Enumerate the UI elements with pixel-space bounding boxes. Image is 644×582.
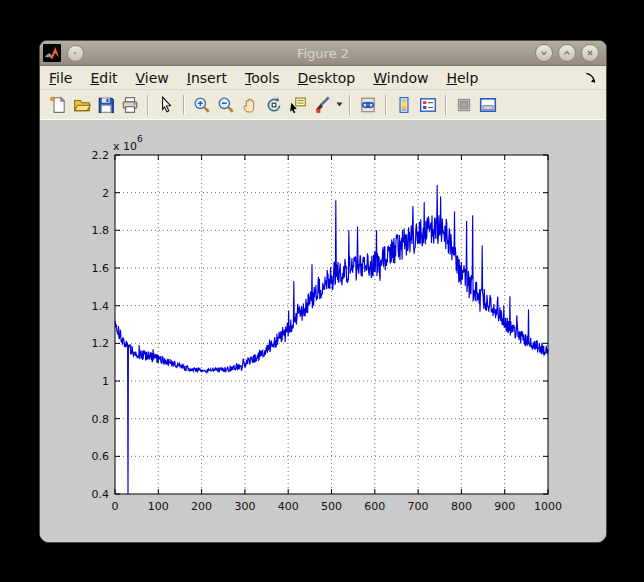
chain-link-icon — [359, 96, 377, 114]
y-tick-label: 0.8 — [92, 413, 110, 426]
toolbar-separator — [385, 95, 387, 115]
menu-file[interactable]: File — [40, 68, 81, 88]
menu-edit[interactable]: Edit — [81, 68, 126, 88]
menu-desktop[interactable]: Desktop — [289, 68, 365, 88]
chevron-down-icon — [336, 102, 343, 107]
menu-view[interactable]: View — [127, 68, 178, 88]
y-axis-exponent-value: 6 — [137, 134, 143, 144]
close-window-button[interactable] — [581, 44, 599, 62]
insert-colorbar-button[interactable] — [392, 93, 416, 117]
x-tick-label: 300 — [234, 500, 255, 513]
window-title: Figure 2 — [40, 46, 606, 61]
x-tick-label: 0 — [112, 500, 119, 513]
zoom-in-icon — [193, 96, 211, 114]
close-x-icon — [585, 48, 595, 58]
hide-plot-tools-button[interactable] — [452, 93, 476, 117]
x-tick-label: 900 — [494, 500, 515, 513]
window-menu-button[interactable] — [67, 45, 84, 62]
x-tick-label: 200 — [191, 500, 212, 513]
toolbar-separator — [445, 95, 447, 115]
window-controls — [535, 44, 599, 62]
y-tick-label: 1 — [102, 375, 109, 388]
rotate-3d-button[interactable] — [262, 93, 286, 117]
x-tick-label: 100 — [148, 500, 169, 513]
y-tick-label: 1.2 — [92, 337, 110, 350]
hide-plot-tools-icon — [455, 96, 473, 114]
new-document-icon — [49, 96, 67, 114]
dock-arrow-icon — [584, 71, 598, 85]
desktop-background: Figure 2 File Edit View — [0, 0, 644, 582]
x-tick-label: 400 — [278, 500, 299, 513]
y-tick-label: 1.8 — [92, 224, 110, 237]
zoom-out-icon — [217, 96, 235, 114]
y-tick-label: 0.4 — [92, 488, 110, 501]
toolbar-separator — [183, 95, 185, 115]
menu-bar: File Edit View Insert Tools Desktop Wind… — [40, 66, 606, 90]
brush-data-button[interactable] — [310, 93, 334, 117]
x-tick-label: 500 — [321, 500, 342, 513]
x-tick-label: 600 — [364, 500, 385, 513]
x-tick-label: 700 — [408, 500, 429, 513]
toolbar — [40, 90, 606, 120]
open-folder-icon — [73, 96, 91, 114]
data-cursor-button[interactable] — [286, 93, 310, 117]
printer-icon — [121, 96, 139, 114]
open-file-button[interactable] — [70, 93, 94, 117]
save-figure-button[interactable] — [94, 93, 118, 117]
zoom-out-button[interactable] — [214, 93, 238, 117]
y-tick-label: 1.6 — [92, 262, 110, 275]
menu-help[interactable]: Help — [437, 68, 487, 88]
cursor-arrow-icon — [157, 96, 175, 114]
edit-plot-button[interactable] — [154, 93, 178, 117]
window-titlebar[interactable]: Figure 2 — [40, 41, 606, 66]
menu-insert[interactable]: Insert — [178, 68, 236, 88]
x-tick-label: 800 — [451, 500, 472, 513]
zoom-in-button[interactable] — [190, 93, 214, 117]
maximize-window-button[interactable] — [558, 44, 576, 62]
y-tick-label: 1.4 — [92, 300, 110, 313]
plot-area[interactable]: 010020030040050060070080090010000.40.60.… — [40, 121, 604, 543]
matlab-logo-icon — [43, 44, 61, 62]
y-axis-exponent-label: x 10 — [113, 140, 137, 153]
chevron-down-icon — [539, 48, 549, 58]
dock-figure-button[interactable] — [584, 71, 598, 85]
figure-canvas: 010020030040050060070080090010000.40.60.… — [40, 120, 606, 543]
print-figure-button[interactable] — [118, 93, 142, 117]
insert-legend-button[interactable] — [416, 93, 440, 117]
data-cursor-icon — [289, 96, 307, 114]
x-tick-label: 1000 — [534, 500, 562, 513]
toolbar-separator — [349, 95, 351, 115]
hand-icon — [241, 96, 259, 114]
show-plot-tools-button[interactable] — [476, 93, 500, 117]
menu-window[interactable]: Window — [364, 68, 437, 88]
y-tick-label: 0.6 — [92, 450, 110, 463]
pan-button[interactable] — [238, 93, 262, 117]
show-plot-tools-icon — [479, 96, 497, 114]
figure-window: Figure 2 File Edit View — [39, 40, 607, 543]
menu-tools[interactable]: Tools — [236, 68, 289, 88]
toolbar-separator — [147, 95, 149, 115]
legend-icon — [419, 96, 437, 114]
y-tick-label: 2.2 — [92, 149, 110, 162]
shade-window-button[interactable] — [535, 44, 553, 62]
rotate-icon — [265, 96, 283, 114]
chevron-up-icon — [562, 48, 572, 58]
brush-icon — [313, 96, 331, 114]
colorbar-icon — [395, 96, 413, 114]
y-tick-label: 2 — [102, 187, 109, 200]
new-figure-button[interactable] — [46, 93, 70, 117]
link-plot-button[interactable] — [356, 93, 380, 117]
brush-dropdown-button[interactable] — [334, 93, 344, 117]
save-floppy-icon — [97, 96, 115, 114]
